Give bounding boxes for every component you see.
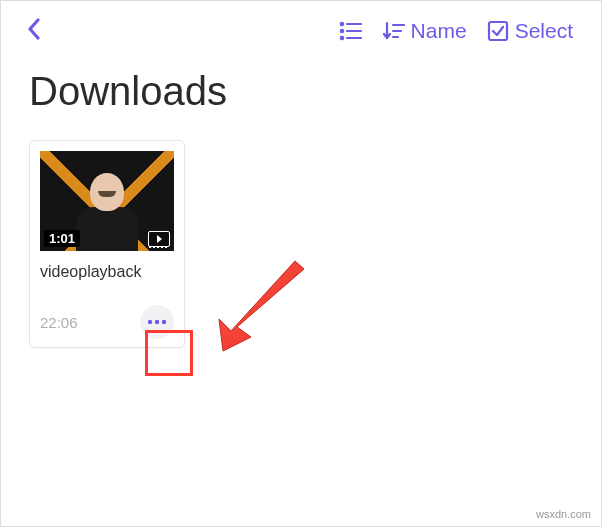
sort-label: Name: [411, 19, 467, 43]
svg-rect-10: [489, 22, 507, 40]
header: Name Select: [1, 1, 601, 61]
list-view-icon: [339, 21, 363, 41]
sort-icon: [383, 21, 405, 41]
video-type-icon: [148, 231, 170, 247]
watermark: wsxdn.com: [536, 508, 591, 520]
svg-point-2: [340, 30, 342, 32]
chevron-left-icon: [27, 18, 41, 40]
more-horizontal-icon: [147, 319, 167, 325]
svg-point-0: [340, 23, 342, 25]
file-timestamp: 22:06: [40, 314, 78, 331]
video-thumbnail: 1:01: [40, 151, 174, 251]
checkbox-icon: [487, 20, 509, 42]
duration-badge: 1:01: [44, 230, 80, 247]
svg-point-12: [155, 320, 159, 324]
back-button[interactable]: [19, 14, 49, 48]
sort-button[interactable]: Name: [373, 15, 477, 47]
file-card[interactable]: 1:01 videoplayback 22:06: [29, 140, 185, 348]
select-button[interactable]: Select: [477, 15, 583, 47]
view-list-button[interactable]: [329, 17, 373, 45]
more-options-button[interactable]: [140, 305, 174, 339]
select-label: Select: [515, 19, 573, 43]
file-name: videoplayback: [40, 263, 174, 281]
svg-point-4: [340, 37, 342, 39]
file-grid: 1:01 videoplayback 22:06: [1, 132, 601, 356]
svg-point-13: [162, 320, 166, 324]
svg-point-11: [148, 320, 152, 324]
page-title: Downloads: [1, 61, 601, 132]
